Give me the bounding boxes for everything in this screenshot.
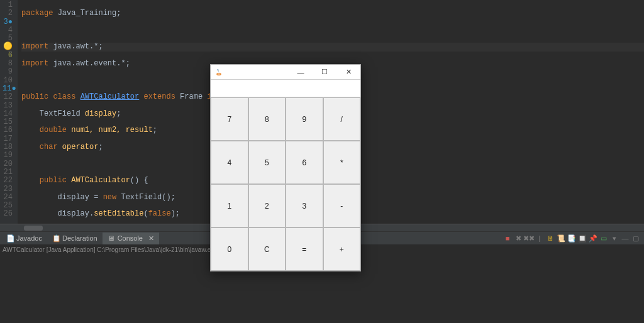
word-wrap-icon[interactable]: 📑 xyxy=(567,234,576,243)
close-button[interactable]: ✕ xyxy=(336,65,360,79)
calc-btn-4[interactable]: 4 xyxy=(211,141,248,184)
calc-btn-1[interactable]: 1 xyxy=(211,184,248,227)
console-icon: 🖥 xyxy=(108,234,115,242)
calculator-button-grid: 7 8 9 / 4 5 6 * 1 2 3 - 0 C = + xyxy=(211,97,360,271)
show-console-icon[interactable]: 🔲 xyxy=(578,234,587,243)
calc-btn-9[interactable]: 9 xyxy=(286,97,323,141)
line-num: 9 xyxy=(3,68,13,76)
line-num: 11● xyxy=(3,85,13,93)
maximize-button[interactable]: ☐ xyxy=(313,65,336,79)
calc-btn-3[interactable]: 3 xyxy=(286,184,323,227)
line-num: 4 xyxy=(3,26,13,35)
calculator-window[interactable]: — ☐ ✕ 7 8 9 / 4 5 6 * 1 2 3 - 0 C = + xyxy=(210,64,361,271)
declaration-icon: 📋 xyxy=(52,234,60,242)
line-num: 14 xyxy=(3,110,13,118)
line-num: 2 xyxy=(3,9,13,18)
line-num: 18 xyxy=(3,143,13,151)
line-num: 26 xyxy=(3,210,13,218)
calc-btn-7[interactable]: 7 xyxy=(211,97,248,141)
line-num: 10 xyxy=(3,77,13,85)
separator: | xyxy=(535,234,544,243)
calc-btn-0[interactable]: 0 xyxy=(211,227,248,271)
close-icon[interactable]: ✕ xyxy=(148,234,154,243)
line-num: 16 xyxy=(3,126,13,134)
line-num: 12 xyxy=(3,93,13,101)
line-num: 15 xyxy=(3,118,13,126)
scrollbar-thumb[interactable] xyxy=(24,226,43,231)
line-num: 21 xyxy=(3,168,13,177)
line-num: 7 xyxy=(3,52,13,60)
line-num: 24 xyxy=(3,194,13,202)
line-num: 🟡6 xyxy=(3,43,13,51)
javadoc-icon: 📄 xyxy=(6,234,14,242)
pin-console-icon[interactable]: 📌 xyxy=(589,234,597,243)
line-num: 22 xyxy=(3,177,13,185)
calc-btn-eq[interactable]: = xyxy=(286,227,323,271)
line-num: 19 xyxy=(3,151,13,160)
line-num: 1 xyxy=(3,1,13,9)
remove-all-icon[interactable]: ✖✖ xyxy=(525,234,533,243)
line-num: 23 xyxy=(3,185,13,194)
calc-btn-div[interactable]: / xyxy=(323,97,361,141)
remove-launches-icon[interactable]: ✖ xyxy=(514,234,523,243)
terminate-icon[interactable]: ■ xyxy=(503,234,512,243)
calc-btn-c[interactable]: C xyxy=(248,227,286,271)
display-selected-icon[interactable]: ▾ xyxy=(610,234,619,243)
line-num: 17 xyxy=(3,135,13,143)
line-num: 25 xyxy=(3,202,13,210)
calc-btn-mul[interactable]: * xyxy=(323,141,361,184)
calc-btn-6[interactable]: 6 xyxy=(286,141,323,184)
line-num: 20 xyxy=(3,160,13,168)
calc-btn-8[interactable]: 8 xyxy=(248,97,286,141)
line-num: 8 xyxy=(3,60,13,68)
calc-btn-5[interactable]: 5 xyxy=(248,141,286,184)
calc-btn-2[interactable]: 2 xyxy=(248,184,286,227)
open-console-icon[interactable]: ▭ xyxy=(599,234,608,243)
scroll-lock-icon[interactable]: 📜 xyxy=(557,234,565,243)
tab-console[interactable]: 🖥Console✕ xyxy=(103,233,159,244)
calc-btn-sub[interactable]: - xyxy=(323,184,361,227)
line-num: 13 xyxy=(3,102,13,110)
line-num: 3● xyxy=(3,18,13,26)
clear-console-icon[interactable]: 🗎 xyxy=(546,234,555,243)
line-gutter: 1 2 3● 4 5 🟡6 7 8 9 10 11● 12 13 14 15 1… xyxy=(0,0,18,224)
java-icon xyxy=(214,68,223,77)
maximize-icon[interactable]: ▢ xyxy=(631,234,640,243)
calculator-display[interactable] xyxy=(211,80,360,97)
tab-declaration[interactable]: 📋Declaration xyxy=(47,233,103,244)
calculator-title-bar[interactable]: — ☐ ✕ xyxy=(211,65,360,80)
minimize-icon[interactable]: — xyxy=(621,234,630,243)
calc-btn-add[interactable]: + xyxy=(323,227,361,271)
tab-javadoc[interactable]: 📄Javadoc xyxy=(1,233,47,244)
console-toolbar: ■ ✖ ✖✖ | 🗎 📜 📑 🔲 📌 ▭ ▾ — ▢ xyxy=(503,232,640,244)
minimize-button[interactable]: — xyxy=(289,65,313,79)
